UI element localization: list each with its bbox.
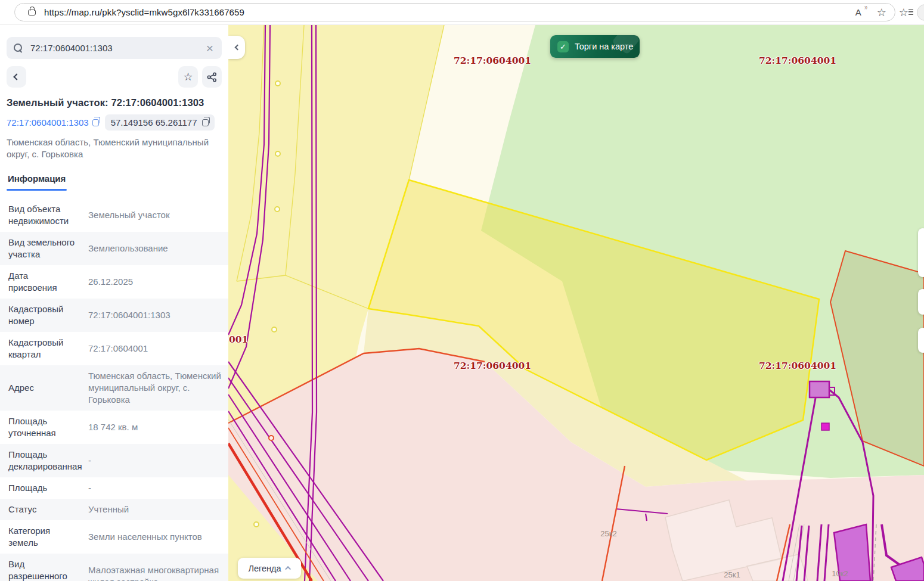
- info-row-label: Адрес: [8, 382, 79, 394]
- info-row-value: 72:17:0604001:1303: [88, 309, 223, 321]
- info-row-label: Площадь: [8, 482, 79, 494]
- coordinates-chip[interactable]: 57.149156 65.261177: [105, 114, 215, 131]
- info-row: Вид объекта недвижимостиЗемельный участо…: [0, 198, 228, 232]
- star-icon: ☆: [183, 70, 193, 83]
- clear-search-icon[interactable]: ×: [205, 42, 215, 54]
- info-row-label: Вид разрешенного использования: [8, 558, 79, 581]
- info-row: Кадастровый номер72:17:0604001:1303: [0, 299, 228, 332]
- cadastral-number-link[interactable]: 72:17:0604001:1303: [7, 117, 99, 128]
- info-row: Вид разрешенного использованияМалоэтажна…: [0, 554, 228, 581]
- browser-avatar[interactable]: [917, 4, 924, 21]
- info-row-label: Кадастровый номер: [8, 303, 79, 327]
- search-input[interactable]: [30, 43, 205, 53]
- reader-mode-icon[interactable]: A: [855, 7, 865, 17]
- tab-active-underline: [7, 189, 67, 191]
- info-row-label: Дата присвоения: [8, 270, 79, 294]
- bookmark-star-icon[interactable]: ☆: [877, 7, 886, 18]
- info-row: Дата присвоения26.12.2025: [0, 265, 228, 299]
- info-row-label: Категория земель: [8, 525, 79, 549]
- info-row: Площадь уточненная18 742 кв. м: [0, 411, 228, 444]
- copy-icon[interactable]: [92, 119, 99, 126]
- info-row-value: Землепользование: [88, 243, 223, 254]
- quarter-label: 72:17:0604001: [759, 55, 836, 66]
- quarter-label-partial: 001: [229, 334, 248, 345]
- favorites-list-icon[interactable]: ☆: [899, 6, 909, 19]
- check-icon: ✓: [557, 41, 569, 52]
- page-title: Земельный участок: 72:17:0604001:1303: [7, 97, 222, 108]
- lock-icon[interactable]: [28, 10, 36, 15]
- url-bar[interactable]: https://map.ru/pkk?ysclid=mkw5gx6l7k3316…: [14, 3, 895, 21]
- info-row-label: Кадастровый квартал: [8, 337, 79, 361]
- info-panel: × ☆ Земельный участок: 72:17:0604001:130…: [0, 25, 228, 581]
- quarter-label: 72:17:0604001: [454, 55, 531, 66]
- building-label: 10к2: [832, 569, 848, 578]
- map-control-partial[interactable]: [918, 228, 924, 277]
- info-row: Кадастровый квартал72:17:0604001: [0, 332, 228, 365]
- search-icon: [14, 44, 23, 53]
- coordinates-text: 57.149156 65.261177: [111, 117, 197, 128]
- page: https://map.ru/pkk?ysclid=mkw5gx6l7k3316…: [0, 0, 924, 581]
- info-row: СтатусУчтенный: [0, 499, 228, 520]
- tab-information[interactable]: Информация: [7, 173, 67, 191]
- favorite-button[interactable]: ☆: [178, 66, 198, 88]
- info-row: Категория земельЗемли населенных пунктов: [0, 520, 228, 554]
- object-address: Тюменская область, Тюменский муниципальн…: [7, 136, 222, 160]
- search-bar[interactable]: ×: [7, 37, 222, 59]
- back-button[interactable]: [7, 66, 26, 88]
- building-label: 25к1: [724, 570, 740, 579]
- info-row-label: Вид земельного участка: [8, 237, 79, 260]
- torgi-button-label: Торги на карте: [575, 42, 633, 51]
- share-button[interactable]: [202, 66, 222, 88]
- quarter-label: 72:17:0604001: [454, 360, 531, 371]
- info-row: Вид земельного участкаЗемлепользование: [0, 232, 228, 265]
- map-canvas[interactable]: 72:17:0604001 72:17:0604001 72:17:060400…: [228, 25, 924, 581]
- quarter-label: 72:17:0604001: [759, 360, 836, 371]
- info-row-value: Земли населенных пунктов: [88, 531, 223, 543]
- collapse-panel-button[interactable]: [228, 36, 245, 59]
- info-row-label: Площадь уточненная: [8, 415, 79, 439]
- tab-label: Информация: [7, 173, 67, 184]
- info-row-value: -: [88, 455, 223, 467]
- copy-icon[interactable]: [202, 119, 209, 126]
- info-row-value: 26.12.2025: [88, 276, 223, 288]
- building[interactable]: [810, 381, 829, 397]
- info-row-value: Учтенный: [88, 504, 223, 515]
- back-icon: [13, 73, 20, 80]
- info-row-label: Площадь декларированная: [8, 449, 79, 473]
- map-control-partial[interactable]: [918, 289, 924, 315]
- cadastral-number-text[interactable]: 72:17:0604001:1303: [7, 117, 89, 128]
- info-row: Площадь декларированная-: [0, 444, 228, 477]
- info-row-value: 18 742 кв. м: [88, 421, 223, 433]
- building-label: 25к2: [600, 529, 616, 538]
- info-row-label: Вид объекта недвижимости: [8, 203, 79, 227]
- info-row-value: Малоэтажная многоквартирная жилая застро…: [88, 564, 223, 581]
- info-row: Площадь-: [0, 477, 228, 499]
- legend-button[interactable]: Легенда: [238, 558, 301, 579]
- info-row: АдресТюменская область, Тюменский муници…: [0, 365, 228, 411]
- url-text[interactable]: https://map.ru/pkk?ysclid=mkw5gx6l7k3316…: [44, 7, 244, 17]
- building[interactable]: [821, 423, 829, 430]
- info-row-label: Статус: [8, 504, 79, 515]
- chevron-up-icon: [285, 566, 291, 572]
- info-row-value: 72:17:0604001: [88, 343, 223, 355]
- browser-chrome: https://map.ru/pkk?ysclid=mkw5gx6l7k3316…: [0, 0, 924, 25]
- info-row-value: Земельный участок: [88, 209, 223, 221]
- info-row-value: Тюменская область, Тюменский муниципальн…: [88, 370, 223, 406]
- map-control-partial[interactable]: [918, 328, 924, 353]
- chevron-left-icon: [235, 45, 241, 51]
- legend-button-label: Легенда: [248, 564, 281, 573]
- info-table: Вид объекта недвижимостиЗемельный участо…: [0, 198, 228, 581]
- torgi-na-karte-button[interactable]: ✓ Торги на карте: [550, 35, 640, 58]
- map-layers[interactable]: [228, 25, 924, 581]
- info-row-value: -: [88, 482, 223, 494]
- share-icon: [207, 72, 217, 82]
